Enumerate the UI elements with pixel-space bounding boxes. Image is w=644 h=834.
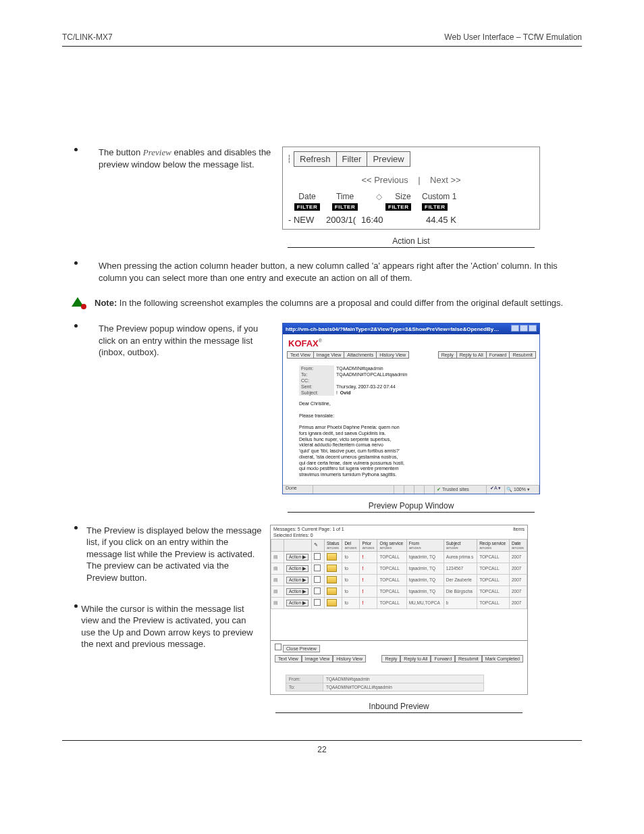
priority-icon: !	[362, 554, 363, 559]
meta-from: TQAADMIN#tqaadmin	[323, 675, 484, 683]
note-label: Note:	[95, 298, 117, 308]
filter-pill[interactable]: FILTER	[332, 203, 358, 211]
messages-count: Messages: 5 Current Page: 1 of 1	[273, 527, 344, 531]
col-del[interactable]: Delarrows	[342, 539, 360, 551]
bullet-icon	[74, 148, 78, 151]
envelope-icon	[327, 565, 337, 572]
action-button[interactable]: Action ▶	[286, 565, 308, 572]
bullet-icon	[74, 324, 78, 328]
col-recip-service[interactable]: Recip servicearrows	[477, 539, 510, 551]
forward-button[interactable]: Forward	[486, 351, 510, 359]
col-date[interactable]: Date	[288, 192, 326, 201]
message-table: ✎ Statusarrows Delarrows Priorarrows Ori…	[271, 539, 527, 609]
page-number: 22	[62, 745, 582, 754]
col-orig-service[interactable]: Orig servicearrows	[377, 539, 406, 551]
window-buttons[interactable]	[510, 325, 537, 333]
close-preview-button[interactable]: Close Preview	[283, 645, 320, 652]
tab-image-view[interactable]: Image View	[313, 351, 344, 359]
drag-handle-icon: ┆	[287, 155, 292, 163]
cell-new: - NEW	[288, 215, 326, 225]
meta-to-label: To:	[286, 683, 323, 691]
message-body: Dear Christine, Please translate: Primus…	[299, 396, 523, 478]
body-text: While the cursor is within the message l…	[81, 603, 262, 650]
table-row[interactable]: ▤Action ▶to!TOPCALLtqaadmin, TQ1234567TO…	[271, 563, 527, 574]
body-text: The button	[99, 147, 143, 157]
tab-history-view[interactable]: History View	[376, 351, 409, 359]
header-right: Web User Interface – TCfW Emulation	[444, 32, 582, 42]
table-row[interactable]: ▤Action ▶to!TOPCALLtqaadmin, TQDer Zaube…	[271, 574, 527, 585]
body-text: The Preview is displayed below the messa…	[86, 525, 262, 584]
col-time[interactable]: Time	[326, 192, 364, 201]
filter-pill[interactable]: FILTER	[385, 203, 411, 211]
resubmit-button[interactable]: Resubmit	[455, 655, 482, 662]
header-rule	[62, 46, 582, 47]
figure-caption: Inbound Preview	[275, 695, 522, 713]
table-row[interactable]: ▤Action ▶to!TOPCALLtqaadmin, TQAurea pri…	[271, 551, 527, 563]
tab-image-view[interactable]: Image View	[302, 655, 333, 662]
envelope-icon	[327, 553, 337, 561]
meta-to: TQAADMIN#TOPCALL#tqaadmin	[323, 683, 484, 691]
window-title: http://vm-ch-basis04/?MainType=2&ViewTyp…	[286, 326, 502, 332]
checkbox[interactable]	[314, 576, 321, 583]
priority-icon: !	[362, 600, 363, 605]
prev-link[interactable]: << Previous	[361, 175, 408, 185]
figure-caption: Preview Popup Window	[288, 494, 535, 513]
col-from[interactable]: Fromarrows	[406, 539, 444, 551]
checkbox[interactable]	[314, 553, 321, 560]
bullet-icon	[74, 261, 78, 265]
table-row[interactable]: ▤Action ▶to!TOPCALLMU,MU,TOPCAbTOPCALL20…	[271, 597, 527, 608]
reply-all-button[interactable]: Reply to All	[456, 351, 487, 359]
zoom-icon: 🔍	[506, 487, 512, 492]
figure-action-list: ┆ Refresh Filter Preview << Previous | N…	[282, 147, 540, 230]
filter-pill[interactable]: FILTER	[422, 203, 448, 211]
resubmit-button[interactable]: Resubmit	[509, 351, 536, 359]
col-size[interactable]: Size	[395, 192, 410, 201]
checkbox[interactable]	[275, 644, 281, 650]
tab-text-view[interactable]: Text View	[287, 351, 314, 359]
cell-date: 2003/1(	[326, 215, 361, 225]
filter-button[interactable]: Filter	[336, 151, 368, 167]
refresh-button[interactable]: Refresh	[294, 151, 337, 167]
action-button[interactable]: Action ▶	[286, 588, 308, 595]
preview-word: Preview	[143, 147, 171, 157]
note-icon	[70, 296, 89, 311]
checkbox[interactable]	[314, 588, 321, 594]
figure-caption: Action List	[288, 230, 535, 248]
cell-size: 44.45 K	[426, 215, 466, 225]
window-titlebar: http://vm-ch-basis04/?MainType=2&ViewTyp…	[283, 323, 539, 334]
preview-button[interactable]: Preview	[367, 151, 410, 167]
reply-button[interactable]: Reply	[438, 351, 457, 359]
reply-all-button[interactable]: Reply to All	[400, 655, 431, 662]
tab-text-view[interactable]: Text View	[275, 655, 302, 662]
priority-icon: !	[362, 566, 363, 571]
filter-pill[interactable]: FILTER	[294, 203, 320, 211]
figure-inbound-preview: Messages: 5 Current Page: 1 of 1 Items S…	[270, 525, 528, 695]
tab-attachments[interactable]: Attachments	[344, 351, 377, 359]
diamond-icon: ◇	[376, 192, 382, 201]
tab-history-view[interactable]: History View	[333, 655, 366, 662]
table-row[interactable]: ▤Action ▶to!TOPCALLtqaadmin, TQDie Bürgs…	[271, 585, 527, 597]
envelope-icon	[327, 576, 337, 583]
checkbox[interactable]	[314, 599, 321, 606]
col-prior[interactable]: Priorarrows	[360, 539, 377, 551]
checkbox[interactable]	[314, 565, 321, 571]
status-bar: Done ✔ Trusted sites ✔A ▾ 🔍100%▾	[283, 485, 539, 494]
col-custom1[interactable]: Custom 1	[422, 192, 479, 201]
reply-button[interactable]: Reply	[381, 655, 400, 662]
forward-button[interactable]: Forward	[431, 655, 455, 662]
col-subject[interactable]: Subjectarrows	[444, 539, 477, 551]
mark-completed-button[interactable]: Mark Completed	[482, 655, 523, 662]
body-text: When pressing the action column header b…	[99, 260, 582, 284]
bullet-icon	[74, 604, 78, 608]
action-button[interactable]: Action ▶	[286, 554, 308, 561]
footer-rule	[62, 740, 582, 741]
action-button[interactable]: Action ▶	[286, 577, 308, 583]
figure-preview-popup: http://vm-ch-basis04/?MainType=2&ViewTyp…	[282, 323, 540, 494]
next-link[interactable]: Next >>	[430, 175, 461, 185]
col-status[interactable]: Statusarrows	[325, 539, 342, 551]
action-button[interactable]: Action ▶	[286, 600, 308, 606]
col-date[interactable]: Datearrows	[509, 539, 527, 551]
header-left: TC/LINK-MX7	[62, 32, 113, 42]
brand-logo: KOFAX®	[283, 334, 539, 351]
pencil-icon[interactable]: ✎	[314, 542, 318, 547]
